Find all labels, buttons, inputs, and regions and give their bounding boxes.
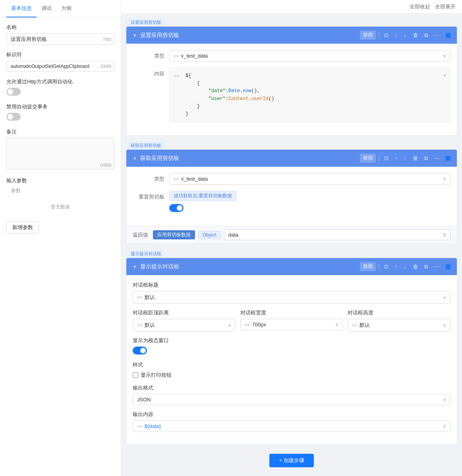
step-1-type-code-icon: <> xyxy=(174,54,179,58)
http-label: 允许通过Http方式调用自动化 xyxy=(6,78,114,85)
step-2-copy-button[interactable]: ⊡ xyxy=(383,154,390,162)
dialog-output-content-label: 输出内容 xyxy=(133,411,450,418)
dialog-modal-toggle[interactable] xyxy=(133,347,147,355)
dialog-title-row: 对话框标题 <>默认 ∨ xyxy=(133,281,450,304)
step-1-delete-button[interactable]: 🗑 xyxy=(411,31,419,39)
step-2-type-select[interactable]: <>v_test_data ∨ xyxy=(169,173,450,185)
step-1-duplicate-button[interactable]: ⧉ xyxy=(423,31,429,39)
dialog-style-row: 样式 显示打印按钮 xyxy=(133,361,450,379)
dialog-output-format-chevron: ∨ xyxy=(443,397,446,402)
step-1-code-chevron: ∨ xyxy=(443,72,446,79)
step-3-badge xyxy=(446,264,450,269)
dialog-width-select[interactable]: <>700px ∨ xyxy=(240,319,343,330)
step-2-disable-button[interactable]: 禁用 xyxy=(360,154,376,163)
tab-debug[interactable]: 调试 xyxy=(37,0,56,17)
dialog-dimensions-row: 对话框距顶距离 <>默认 ∨ 对话框宽度 <>700px ∨ xyxy=(133,309,450,331)
step-1-type-select-value: v_test_data xyxy=(181,53,208,59)
dialog-height-value: 默认 xyxy=(360,322,370,328)
tab-outline[interactable]: 大纲 xyxy=(56,0,76,17)
create-step-button[interactable]: + 创建步骤 xyxy=(269,454,313,467)
step-2-title: 获取应用剪切板 xyxy=(140,155,357,162)
step-2-actions: 禁用 ⊡ ↑ ↓ 🗑 ⧉ ⋯ xyxy=(360,154,441,163)
step-2-more-button[interactable]: ⋯ xyxy=(433,154,441,162)
step-2-type-select-value: v_test_data xyxy=(181,176,208,182)
step-3-copy-button[interactable]: ⊡ xyxy=(383,263,390,270)
auto-submit-toggle[interactable] xyxy=(6,113,21,121)
id-count: 33/50 xyxy=(100,64,111,69)
collapse-all-button[interactable]: 全部收起 xyxy=(410,3,430,10)
step-3-down-button[interactable]: ↓ xyxy=(402,263,408,270)
step-2-reset-toggle[interactable] xyxy=(169,204,184,212)
step-2-down-button[interactable]: ↓ xyxy=(402,154,408,162)
step-3-up-button[interactable]: ↑ xyxy=(393,263,399,270)
step-1-content-code[interactable]: <> ${ { "date":Date.now(), "user":Contex… xyxy=(169,68,450,122)
remark-label: 备注 xyxy=(6,128,114,135)
step-1-disable-button[interactable]: 禁用 xyxy=(360,31,376,40)
dialog-print-checkbox[interactable] xyxy=(133,372,138,378)
step-2-up-button[interactable]: ↑ xyxy=(393,154,399,162)
step-1-title: 设置应用剪切板 xyxy=(140,32,357,39)
step-3-header: ▼ 显示提示对话框 禁用 ⊡ ↑ ↓ 🗑 ⧉ ⋯ xyxy=(126,258,457,275)
dialog-title-select[interactable]: <>默认 ∨ xyxy=(133,291,450,304)
step-1-header: ▼ 设置应用剪切板 禁用 ⊡ ↑ ↓ 🗑 ⧉ ⋯ xyxy=(126,27,457,44)
add-param-button[interactable]: 新增参数 xyxy=(6,222,39,233)
step-2-return-input[interactable]: data ⊡ xyxy=(224,229,450,240)
remark-textarea[interactable] xyxy=(6,138,114,170)
step-2-delete-button[interactable]: 🗑 xyxy=(411,154,419,162)
step-2-return-tag-inactive[interactable]: Object xyxy=(198,231,221,239)
dialog-output-content-chevron: ∨ xyxy=(443,424,446,429)
dialog-top-select[interactable]: <>默认 ∨ xyxy=(133,319,236,331)
dialog-width-chevron: ∨ xyxy=(335,322,338,327)
step-1-more-button[interactable]: ⋯ xyxy=(433,31,441,39)
step-2-return-tag-active[interactable]: 应用剪切板数据 xyxy=(153,230,195,239)
expand-all-button[interactable]: 全部展开 xyxy=(435,3,456,10)
step-1-badge xyxy=(446,33,450,38)
step-3-outer: 显示提示对话框 ▼ 显示提示对话框 禁用 ⊡ ↑ ↓ 🗑 ⧉ ⋯ xyxy=(121,245,462,444)
http-toggle[interactable] xyxy=(6,88,21,96)
step-3-duplicate-button[interactable]: ⧉ xyxy=(423,263,429,271)
step-1-type-value: <>v_test_data ∨ xyxy=(169,50,450,62)
step-1-down-button[interactable]: ↓ xyxy=(402,31,408,39)
dialog-title-label: 对话框标题 xyxy=(133,281,450,289)
dialog-output-format-row: 输出格式 JSON ∨ xyxy=(133,384,450,405)
dialog-output-format-select[interactable]: JSON ∨ xyxy=(133,394,450,405)
step-2-outer: 获取应用剪切板 ▼ 获取应用剪切板 禁用 ⊡ ↑ ↓ 🗑 ⧉ ⋯ xyxy=(121,137,462,244)
step-1-type-label: 类型 xyxy=(133,50,164,60)
param-label: 输入参数 xyxy=(6,177,114,184)
step-3-delete-button[interactable]: 🗑 xyxy=(411,263,419,270)
dialog-title-code-icon: <> xyxy=(137,295,142,300)
step-3-more-button[interactable]: ⋯ xyxy=(433,263,441,270)
dialog-print-label: 显示打印按钮 xyxy=(141,372,172,379)
dialog-top-code-icon: <> xyxy=(137,323,142,328)
step-1-collapse-icon[interactable]: ▼ xyxy=(133,33,137,38)
left-tab-bar: 基本信息 调试 大纲 xyxy=(0,0,121,17)
name-label: 名称 xyxy=(6,24,114,31)
tab-basic-info[interactable]: 基本信息 xyxy=(6,0,37,17)
dialog-top-col: 对话框距顶距离 <>默认 ∨ xyxy=(133,309,236,331)
step-3-collapse-icon[interactable]: ▼ xyxy=(133,264,137,269)
step-2-collapse-icon[interactable]: ▼ xyxy=(133,156,137,161)
dialog-output-content-row: 输出内容 <>${data} ∨ xyxy=(133,411,450,432)
step-1-tag: 设置应用剪切板 xyxy=(128,19,164,26)
step-2-reset-row: 重置剪切板 成功获取后,重置剪切板数据 xyxy=(133,191,450,213)
step-1-up-button[interactable]: ↑ xyxy=(393,31,399,39)
step-2-return-row: 返回值 应用剪切板数据 Object data ⊡ xyxy=(126,226,457,243)
id-input-wrapper: 33/50 xyxy=(6,61,114,72)
step-3-card: ▼ 显示提示对话框 禁用 ⊡ ↑ ↓ 🗑 ⧉ ⋯ xyxy=(126,258,457,444)
step-1-type-chevron: ∨ xyxy=(443,53,446,58)
step-2-type-row: 类型 <>v_test_data ∨ xyxy=(133,173,450,185)
dialog-output-content-select[interactable]: <>${data} ∨ xyxy=(133,420,450,432)
step-2-return-label: 返回值 xyxy=(133,231,148,239)
step-3-title: 显示提示对话框 xyxy=(140,263,357,270)
step-2-reset-value: 成功获取后,重置剪切板数据 xyxy=(169,191,450,213)
name-input[interactable] xyxy=(6,33,114,45)
step-1-type-select[interactable]: <>v_test_data ∨ xyxy=(169,50,450,62)
step-2-type-chevron: ∨ xyxy=(443,176,446,181)
step-2-duplicate-button[interactable]: ⧉ xyxy=(423,154,429,162)
dialog-height-select[interactable]: <>默认 ∨ xyxy=(348,319,450,331)
id-input[interactable] xyxy=(6,61,114,72)
step-2-return-copy-icon[interactable]: ⊡ xyxy=(443,232,446,237)
step-1-copy-button[interactable]: ⊡ xyxy=(383,31,390,39)
step-1-outer: 设置应用剪切板 ▼ 设置应用剪切板 禁用 ⊡ ↑ ↓ 🗑 ⧉ ⋯ xyxy=(121,14,462,135)
step-3-disable-button[interactable]: 禁用 xyxy=(360,262,376,271)
